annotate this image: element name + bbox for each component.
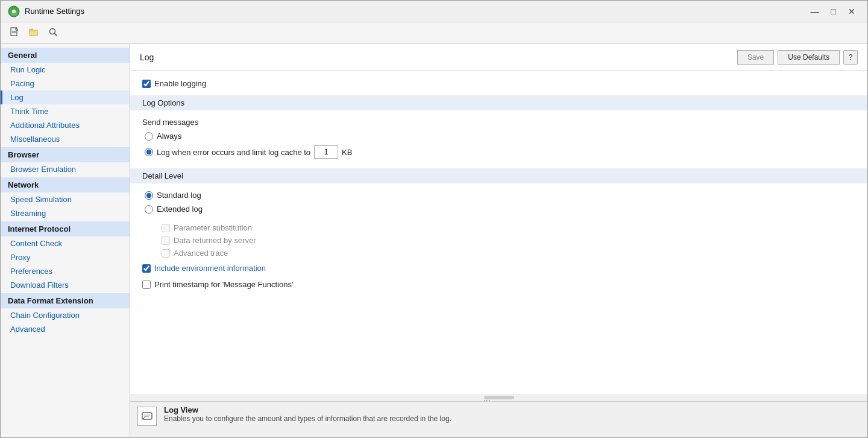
advanced-trace-label: Advanced trace	[174, 249, 228, 258]
svg-point-1	[12, 10, 16, 13]
sidebar-item-browser-emulation[interactable]: Browser Emulation	[1, 162, 130, 176]
log-cache-input[interactable]	[314, 145, 338, 159]
include-env-label: Include environment information	[154, 264, 266, 273]
open-icon	[29, 27, 39, 37]
message-icon	[141, 410, 153, 422]
sidebar-item-preferences[interactable]: Preferences	[1, 264, 130, 278]
detail-level-group: Standard log Extended log	[145, 191, 855, 214]
include-env-checkbox[interactable]	[142, 264, 151, 273]
log-when-error-label: Log when error occurs and limit log cach…	[157, 148, 310, 157]
panel-header: Log Save Use Defaults ?	[130, 44, 867, 71]
enable-logging-label: Enable logging	[154, 79, 206, 88]
data-returned-label: Data returned by server	[174, 236, 256, 245]
search-icon	[48, 27, 58, 37]
standard-log-row: Standard log	[145, 191, 855, 200]
sidebar-item-log[interactable]: Log	[1, 90, 130, 104]
advanced-trace-row: Advanced trace	[162, 249, 855, 258]
status-description: Enables you to configure the amount and …	[164, 414, 451, 423]
right-panel: Log Save Use Defaults ? Enable logging L…	[130, 44, 867, 437]
sidebar-header-general: General	[1, 48, 130, 63]
sidebar-item-advanced[interactable]: Advanced	[1, 322, 130, 336]
print-timestamp-checkbox[interactable]	[142, 281, 151, 289]
sidebar-item-additional-attributes[interactable]: Additional Attributes	[1, 118, 130, 132]
close-button[interactable]: ✕	[843, 5, 860, 17]
log-when-error-radio[interactable]	[145, 148, 153, 156]
sidebar-item-chain-configuration[interactable]: Chain Configuration	[1, 308, 130, 322]
runtime-settings-window: Runtime Settings — □ ✕	[0, 0, 868, 438]
new-icon	[10, 27, 19, 37]
app-icon	[8, 5, 20, 17]
window-title: Runtime Settings	[25, 7, 84, 16]
sidebar-item-proxy[interactable]: Proxy	[1, 250, 130, 264]
sidebar-item-think-time[interactable]: Think Time	[1, 104, 130, 118]
use-defaults-button[interactable]: Use Defaults	[778, 50, 840, 65]
extended-log-label: Extended log	[157, 205, 203, 214]
print-timestamp-row: Print timestamp for 'Message Functions'	[142, 280, 855, 289]
resize-handle[interactable]: ···	[484, 396, 514, 399]
status-text: Log View Enables you to configure the am…	[164, 405, 451, 423]
help-button[interactable]: ?	[843, 50, 858, 65]
title-bar-left: Runtime Settings	[8, 5, 84, 17]
title-bar-controls: — □ ✕	[806, 5, 860, 17]
maximize-button[interactable]: □	[826, 5, 841, 17]
log-options-header: Log Options	[130, 95, 867, 110]
param-substitution-label: Parameter substitution	[174, 223, 252, 232]
detail-level-section: Standard log Extended log Parameter subs…	[142, 191, 855, 258]
enable-logging-row: Enable logging	[142, 79, 855, 88]
kb-label: KB	[342, 148, 352, 157]
advanced-trace-checkbox[interactable]	[162, 249, 170, 258]
resize-handle-area[interactable]: ···	[130, 394, 867, 401]
extended-log-radio[interactable]	[145, 205, 153, 214]
sidebar-header-data-format: Data Format Extension	[1, 293, 130, 308]
status-name: Log View	[164, 405, 451, 414]
send-messages-title: Send messages	[142, 118, 855, 127]
sidebar: General Run Logic Pacing Log Think Time …	[1, 44, 130, 437]
panel-title: Log	[140, 52, 154, 62]
standard-log-radio[interactable]	[145, 191, 153, 200]
sidebar-header-internet-protocol: Internet Protocol	[1, 221, 130, 236]
standard-log-label: Standard log	[157, 191, 201, 200]
sidebar-item-streaming[interactable]: Streaming	[1, 206, 130, 220]
extended-log-row: Extended log	[145, 205, 855, 214]
new-button[interactable]	[7, 25, 22, 41]
search-button[interactable]	[45, 25, 61, 41]
sidebar-item-download-filters[interactable]: Download Filters	[1, 278, 130, 292]
main-content: General Run Logic Pacing Log Think Time …	[1, 44, 867, 437]
send-messages-group: Always Log when error occurs and limit l…	[145, 132, 855, 159]
sidebar-item-pacing[interactable]: Pacing	[1, 77, 130, 90]
sidebar-header-browser: Browser	[1, 147, 130, 162]
status-bar: Log View Enables you to configure the am…	[130, 401, 867, 437]
status-icon	[137, 407, 157, 426]
save-button[interactable]: Save	[737, 50, 774, 65]
log-when-error-row: Log when error occurs and limit log cach…	[145, 145, 855, 159]
print-timestamp-label: Print timestamp for 'Message Functions'	[154, 280, 293, 289]
include-env-row: Include environment information	[142, 264, 855, 273]
sidebar-item-speed-simulation[interactable]: Speed Simulation	[1, 192, 130, 206]
title-bar: Runtime Settings — □ ✕	[1, 1, 867, 22]
open-button[interactable]	[26, 25, 42, 41]
sidebar-item-run-logic[interactable]: Run Logic	[1, 63, 130, 77]
extended-log-options: Parameter substitution Data returned by …	[162, 223, 855, 258]
param-substitution-checkbox[interactable]	[162, 224, 170, 232]
data-returned-row: Data returned by server	[162, 236, 855, 245]
panel-body: Enable logging Log Options Send messages…	[130, 71, 867, 394]
data-returned-checkbox[interactable]	[162, 236, 170, 245]
always-radio-row: Always	[145, 132, 855, 141]
sidebar-item-miscellaneous[interactable]: Miscellaneous	[1, 132, 130, 146]
minimize-button[interactable]: —	[806, 5, 824, 17]
always-label: Always	[157, 132, 181, 141]
panel-actions: Save Use Defaults ?	[737, 50, 858, 65]
param-substitution-row: Parameter substitution	[162, 223, 855, 232]
svg-point-7	[50, 28, 55, 34]
detail-level-header: Detail Level	[130, 168, 867, 183]
toolbar	[1, 22, 867, 44]
sidebar-header-network: Network	[1, 177, 130, 192]
sidebar-item-content-check[interactable]: Content Check	[1, 236, 130, 250]
enable-logging-checkbox[interactable]	[142, 80, 151, 88]
svg-line-8	[55, 33, 57, 36]
always-radio[interactable]	[145, 132, 153, 141]
